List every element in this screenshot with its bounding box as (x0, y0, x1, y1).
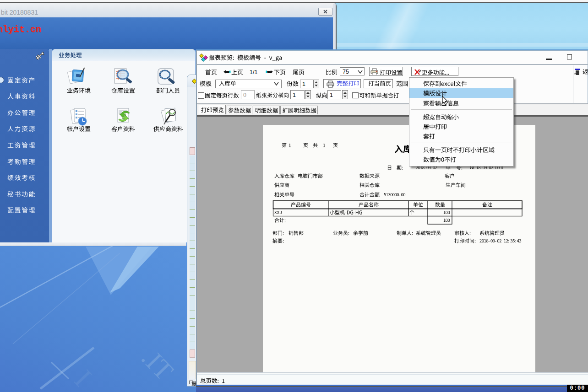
svg-text:I: I (69, 364, 98, 392)
svg-text:.IT: .IT (136, 343, 179, 386)
